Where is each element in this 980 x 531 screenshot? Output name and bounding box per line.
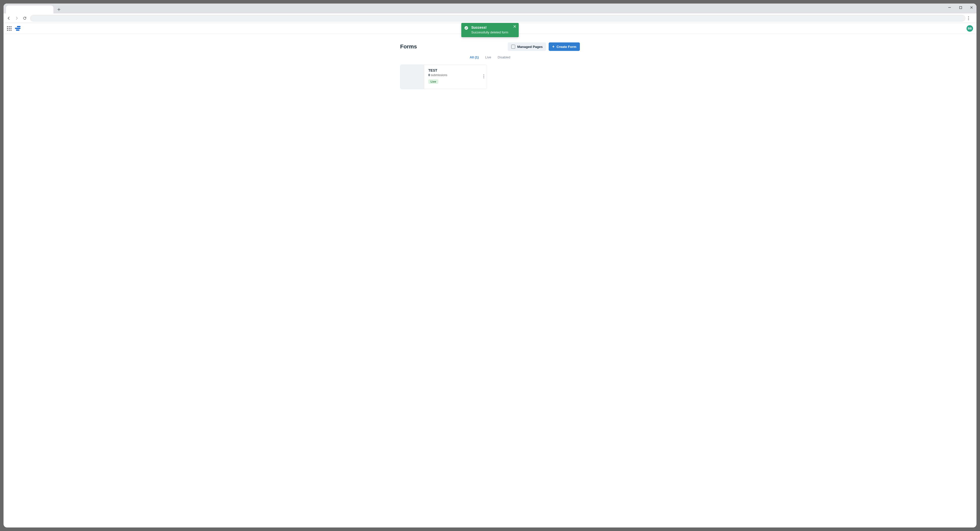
filter-tabs: All (1) Live Disabled: [400, 54, 580, 60]
browser-forward-button[interactable]: [14, 16, 19, 21]
kebab-icon: [968, 16, 969, 20]
browser-toolbar: [3, 13, 977, 23]
new-tab-button[interactable]: [56, 6, 62, 13]
svg-point-6: [484, 76, 484, 77]
maximize-icon: [959, 6, 962, 9]
plus-icon: [57, 8, 60, 11]
forms-grid: TEST 0 submissions Live: [400, 65, 580, 89]
reload-icon: [23, 16, 27, 20]
page-head: Forms Managed Pages + Create Form: [400, 43, 580, 51]
page-head-actions: Managed Pages + Create Form: [508, 43, 580, 51]
browser-address-bar[interactable]: [30, 15, 966, 22]
form-card[interactable]: TEST 0 submissions Live: [400, 65, 487, 89]
svg-point-5: [484, 75, 484, 75]
form-card-thumbnail: [400, 65, 424, 89]
kebab-icon: [483, 74, 484, 78]
create-form-button[interactable]: + Create Form: [549, 43, 580, 51]
svg-point-3: [968, 19, 969, 20]
tab-all[interactable]: All (1): [469, 54, 479, 60]
close-icon: [970, 6, 973, 9]
app-header-left: [7, 25, 21, 32]
app-switcher-button[interactable]: [7, 26, 11, 31]
browser-tabstrip: [3, 3, 977, 13]
plus-icon: +: [552, 45, 554, 49]
form-card-menu-button[interactable]: [483, 74, 484, 78]
avatar[interactable]: BB: [967, 25, 973, 32]
app-logo[interactable]: [15, 25, 21, 32]
close-icon: [513, 25, 516, 28]
form-submissions-count: 0: [428, 73, 430, 77]
page-title: Forms: [400, 43, 417, 50]
managed-pages-label: Managed Pages: [517, 45, 542, 49]
arrow-right-icon: [15, 16, 19, 20]
browser-tab[interactable]: [6, 5, 53, 13]
check-circle-icon: [464, 26, 468, 30]
tab-disabled[interactable]: Disabled: [497, 54, 511, 60]
form-card-subtitle: 0 submissions: [428, 73, 483, 77]
avatar-initials: BB: [968, 27, 972, 30]
minimize-icon: [948, 6, 951, 9]
managed-pages-button[interactable]: Managed Pages: [508, 43, 546, 51]
browser-menu-button[interactable]: [968, 16, 974, 20]
screen: BB Success! Successfully deleted form Fo…: [3, 3, 977, 528]
page-inner: Forms Managed Pages + Create Form All (1: [400, 43, 580, 528]
form-submissions-word: submissions: [431, 73, 447, 77]
toast-title: Success!: [471, 25, 509, 29]
app-header: BB Success! Successfully deleted form: [3, 23, 977, 34]
window-maximize-button[interactable]: [957, 5, 964, 10]
svg-rect-0: [959, 6, 962, 9]
page-content: Forms Managed Pages + Create Form All (1: [3, 34, 977, 528]
create-form-label: Create Form: [557, 45, 576, 49]
svg-point-1: [968, 16, 969, 17]
svg-point-7: [484, 78, 484, 78]
window-controls: [946, 5, 975, 10]
toast-close-button[interactable]: [513, 25, 516, 28]
form-card-title: TEST: [428, 68, 483, 72]
device-frame: BB Success! Successfully deleted form Fo…: [0, 0, 980, 531]
status-badge: Live: [428, 79, 438, 84]
tab-live[interactable]: Live: [485, 54, 492, 60]
toast-success: Success! Successfully deleted form: [461, 23, 519, 37]
toast-message: Successfully deleted form: [471, 30, 509, 34]
browser-back-button[interactable]: [6, 16, 11, 21]
window-minimize-button[interactable]: [946, 5, 953, 10]
svg-point-2: [968, 18, 969, 19]
arrow-left-icon: [7, 16, 11, 20]
window-close-button[interactable]: [968, 5, 975, 10]
form-card-body: TEST 0 submissions Live: [424, 65, 487, 89]
dashed-square-icon: [511, 45, 515, 49]
browser-reload-button[interactable]: [22, 16, 27, 21]
